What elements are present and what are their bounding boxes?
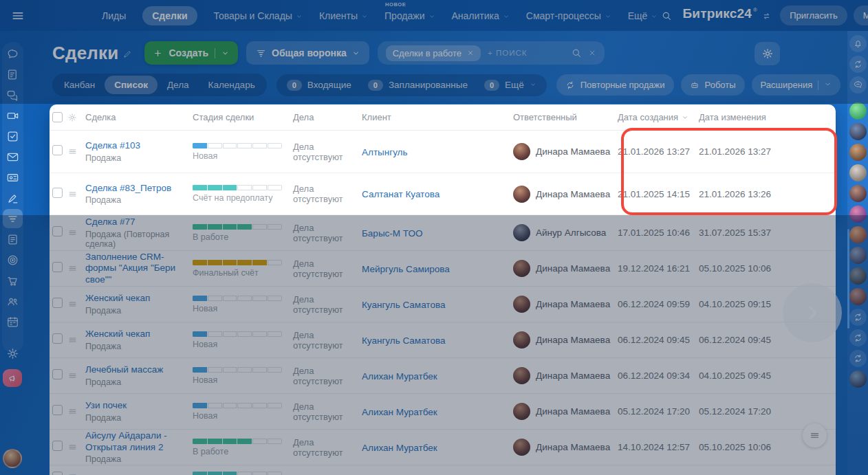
- copilot-icon[interactable]: [849, 56, 867, 73]
- table-row[interactable]: Узи почекПродажаНоваяДела отсутствуютАли…: [50, 393, 836, 429]
- client-link[interactable]: Куангуль Саматова: [362, 300, 445, 310]
- table-row[interactable]: Женский чекапПродажаНоваяДела отсутствую…: [50, 286, 836, 322]
- sign-icon[interactable]: [1, 188, 23, 208]
- settings-gear-icon[interactable]: [1, 343, 23, 364]
- next-page-chevron-right-icon[interactable]: [783, 283, 842, 342]
- panel-button-расширения[interactable]: Расширения: [752, 74, 841, 96]
- table-row[interactable]: [50, 465, 836, 475]
- row-checkbox[interactable]: [52, 472, 63, 475]
- support-icon[interactable]: [3, 369, 22, 387]
- counter-запланированные[interactable]: 0Запланированные: [360, 76, 476, 94]
- bell-icon[interactable]: [849, 35, 867, 52]
- row-drag-menu-icon[interactable]: [67, 371, 85, 381]
- tab-канбан[interactable]: Канбан: [54, 76, 105, 94]
- crm-payment-icon[interactable]: [1, 167, 23, 188]
- user-avatar[interactable]: [849, 288, 867, 305]
- row-drag-menu-icon[interactable]: [67, 299, 85, 309]
- client-link[interactable]: Куангуль Саматова: [362, 335, 445, 346]
- sidebar-user-avatar[interactable]: [3, 449, 22, 468]
- row-checkbox[interactable]: [52, 188, 63, 198]
- user-avatar[interactable]: [849, 206, 867, 223]
- calendar-icon[interactable]: [1, 311, 23, 332]
- deal-link[interactable]: Сделка #103: [85, 140, 193, 151]
- nav-item-сделки[interactable]: Сделки: [142, 6, 197, 25]
- nav-item-продажи[interactable]: НОВОЕПродажи: [384, 10, 435, 22]
- clear-search-icon[interactable]: [588, 49, 596, 57]
- funnel-selector-button[interactable]: Общая воронка: [246, 41, 369, 65]
- table-row[interactable]: Женский чекапПродажаНоваяДела отсутствую…: [50, 322, 836, 357]
- row-drag-menu-icon[interactable]: [67, 189, 85, 199]
- responsible-name[interactable]: Динара Мамаева: [536, 263, 610, 274]
- nav-item-аналитика[interactable]: Аналитика: [452, 10, 510, 22]
- client-link[interactable]: Алихан Муратбек: [362, 407, 437, 417]
- quick-list-button[interactable]: [803, 423, 827, 448]
- row-checkbox[interactable]: [52, 333, 63, 344]
- deal-link[interactable]: Сделка #83_Петров: [85, 183, 193, 194]
- row-drag-menu-icon[interactable]: [67, 146, 85, 157]
- table-row[interactable]: Сделка #83_ПетровПродажаСчёт на предопла…: [50, 173, 836, 214]
- nav-item-товары-и-склады[interactable]: Товары и Склады: [214, 10, 303, 22]
- responsible-name[interactable]: Динара Мамаева: [536, 189, 610, 199]
- column-header-дата-изменения[interactable]: Дата изменения: [699, 112, 836, 122]
- responsible-name[interactable]: Динара Мамаева: [536, 299, 610, 309]
- client-link[interactable]: Алихан Муратбек: [362, 443, 437, 453]
- tasks-icon[interactable]: [1, 126, 23, 146]
- topbar-button-пригласить[interactable]: Пригласить: [780, 5, 847, 25]
- responsible-name[interactable]: Динара Мамаева: [536, 442, 610, 452]
- user-avatar[interactable]: [849, 123, 867, 140]
- column-header-стадия-сделки[interactable]: Стадия сделки: [193, 112, 293, 122]
- row-checkbox[interactable]: [52, 145, 63, 155]
- table-row[interactable]: Сделка #77Продажа (Повторная сделка)В ра…: [50, 214, 836, 250]
- tab-календарь[interactable]: Календарь: [199, 76, 265, 94]
- row-checkbox[interactable]: [52, 298, 63, 308]
- counter-входящие[interactable]: 0Входящие: [279, 76, 360, 94]
- create-deal-button[interactable]: Создать: [144, 41, 238, 65]
- deal-link[interactable]: Заполнение CRM-формы "Акция "Бери свое"": [85, 252, 193, 285]
- row-drag-menu-icon[interactable]: [67, 442, 85, 452]
- responsible-name[interactable]: Динара Мамаева: [536, 146, 610, 157]
- row-checkbox[interactable]: [52, 226, 63, 236]
- sync-icon[interactable]: [849, 350, 867, 367]
- market-icon[interactable]: [1, 270, 23, 291]
- responsible-name[interactable]: Динара Мамаева: [536, 335, 610, 345]
- row-drag-menu-icon[interactable]: [67, 263, 85, 274]
- column-header-сделка[interactable]: Сделка: [85, 112, 193, 122]
- nav-item-ещ-[interactable]: Ещё: [628, 10, 658, 22]
- employees-icon[interactable]: [1, 291, 23, 311]
- select-all-checkbox[interactable]: [52, 112, 63, 122]
- create-dropdown-caret-icon[interactable]: [221, 49, 229, 57]
- deal-link[interactable]: Сделка #77: [85, 217, 193, 228]
- nav-item-клиенты[interactable]: Клиенты: [319, 10, 368, 22]
- row-drag-menu-icon[interactable]: [67, 472, 85, 475]
- crm-funnel-icon[interactable]: [1, 208, 23, 229]
- video-call-icon[interactable]: [1, 105, 23, 126]
- filter-chip-remove-icon[interactable]: [467, 49, 474, 56]
- chat-forward-icon[interactable]: [849, 76, 867, 93]
- chats-icon[interactable]: [1, 85, 23, 105]
- tab-список[interactable]: Список: [105, 76, 158, 94]
- view-settings-gear-icon[interactable]: [755, 42, 780, 65]
- feed-icon[interactable]: [1, 64, 23, 85]
- user-avatar[interactable]: [849, 371, 867, 388]
- row-checkbox[interactable]: [52, 405, 63, 415]
- panel-button-роботы[interactable]: Роботы: [681, 74, 745, 96]
- deal-link[interactable]: Айсулу Айдарали - Открытая линия 2: [85, 430, 193, 453]
- columns-settings-gear-icon[interactable]: [67, 113, 85, 122]
- nav-item-лиды[interactable]: Лиды: [102, 10, 126, 21]
- client-link[interactable]: Алихан Муратбек: [362, 371, 437, 382]
- row-drag-menu-icon[interactable]: [67, 228, 85, 238]
- table-row[interactable]: Сделка #103ПродажаНоваяДела отсутствуютА…: [50, 131, 836, 173]
- client-link[interactable]: Барыс-М ТОО: [362, 228, 422, 239]
- row-checkbox[interactable]: [52, 441, 63, 451]
- deal-link[interactable]: Лечебный массаж: [85, 364, 193, 375]
- tab-дела[interactable]: Дела: [158, 76, 199, 94]
- client-link[interactable]: Алтынгуль: [362, 147, 408, 157]
- menu-hamburger-icon[interactable]: [11, 7, 25, 25]
- search-icon[interactable]: [658, 7, 675, 25]
- documents-icon[interactable]: [1, 229, 23, 250]
- counter-ещё[interactable]: 0Ещё: [476, 76, 545, 94]
- topbar-button-мой тариф[interactable]: Мой тариф: [854, 5, 868, 25]
- column-header-дата-создания[interactable]: Дата создания: [618, 112, 699, 122]
- responsible-name[interactable]: Динара Мамаева: [536, 371, 610, 381]
- user-avatar[interactable]: [849, 102, 867, 120]
